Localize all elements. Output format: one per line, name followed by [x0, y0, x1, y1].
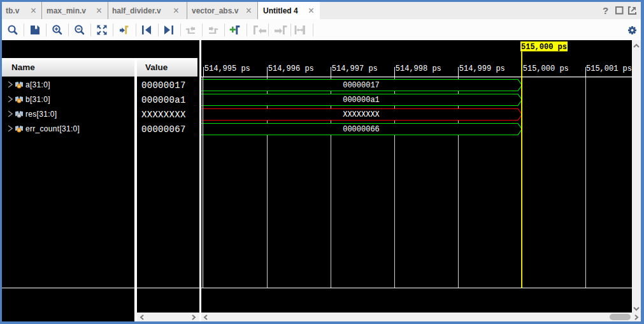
svg-text:514,999 ps: 514,999 ps: [459, 64, 505, 73]
svg-text:515,000 ps: 515,000 ps: [523, 64, 569, 73]
svg-text:00000017: 00000017: [343, 81, 380, 90]
svg-text:515,001 ps: 515,001 ps: [586, 64, 632, 73]
svg-text:515,000 ps: 515,000 ps: [521, 43, 567, 52]
svg-text:514,996 ps: 514,996 ps: [268, 64, 314, 73]
svg-text:XXXXXXXX: XXXXXXXX: [343, 110, 380, 119]
svg-text:514,998 ps: 514,998 ps: [396, 64, 441, 73]
svg-text:00000066: 00000066: [343, 125, 380, 134]
svg-text:514,995 ps: 514,995 ps: [204, 64, 250, 73]
svg-text:000000a1: 000000a1: [343, 96, 380, 105]
svg-text:514,997 ps: 514,997 ps: [332, 64, 378, 73]
